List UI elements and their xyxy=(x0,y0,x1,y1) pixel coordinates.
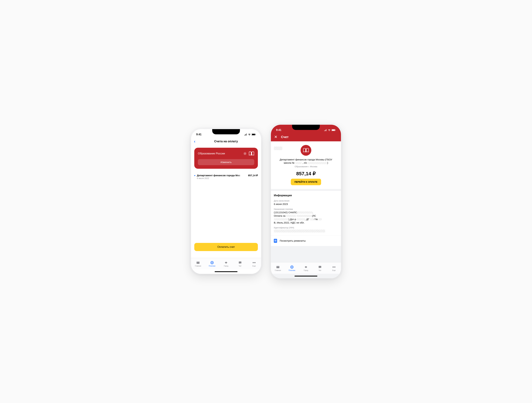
book-icon xyxy=(249,151,254,156)
svg-point-17 xyxy=(291,267,292,268)
status-icons xyxy=(324,129,336,131)
tab-bar: Главная Платежи Город Чат Еще xyxy=(191,258,261,269)
redacted-field xyxy=(318,218,322,220)
invoice-amount: 857,14 ₽ xyxy=(248,174,258,177)
organization-category: Образование г. Москва xyxy=(274,165,338,168)
redacted-field xyxy=(295,162,302,164)
proceed-to-payment-button[interactable]: ПЕРЕЙТИ К ОПЛАТЕ xyxy=(291,179,321,185)
info-section: Информация Дата начисления 6 июня 2023 Н… xyxy=(271,191,341,235)
change-button[interactable]: Изменить xyxy=(198,159,254,165)
payment-purpose-label: Назначение платежа xyxy=(274,208,338,210)
redacted-field xyxy=(310,218,313,220)
close-button[interactable]: ✕ xyxy=(274,135,277,139)
svg-rect-18 xyxy=(319,266,321,268)
redacted-field xyxy=(297,218,305,220)
invoice-amount: 857,14 ₽ xyxy=(274,171,338,176)
notch xyxy=(292,125,320,130)
home-indicator[interactable] xyxy=(191,269,261,274)
page-title: Счета на оплату xyxy=(214,140,238,143)
tab-more[interactable]: Еще xyxy=(247,258,261,269)
invoice-title: Департамент финансов города Мос xyxy=(197,174,247,177)
redacted-field xyxy=(274,218,289,220)
redacted-field xyxy=(297,215,311,217)
category-avatar xyxy=(301,145,311,156)
home-indicator[interactable] xyxy=(271,274,341,278)
tab-payments[interactable]: Платежи xyxy=(285,262,299,274)
status-icons xyxy=(244,134,256,135)
svg-rect-10 xyxy=(255,262,256,263)
redacted-field xyxy=(286,215,296,217)
payment-purpose-value: (131131042) СНИЛС:. Оплата за (ЛС ),Дог-… xyxy=(274,211,338,224)
redacted-field xyxy=(298,211,312,214)
info-icon[interactable]: i xyxy=(243,152,247,155)
svg-rect-12 xyxy=(332,129,335,131)
svg-rect-1 xyxy=(252,134,255,135)
svg-rect-8 xyxy=(253,262,253,263)
svg-rect-4 xyxy=(196,262,200,262)
svg-rect-15 xyxy=(276,266,279,267)
tab-chat[interactable]: Чат xyxy=(313,262,327,274)
status-time: 9:41 xyxy=(276,129,281,132)
notch xyxy=(212,129,240,134)
category-title: Образование России xyxy=(198,152,241,155)
tab-payments[interactable]: Платежи xyxy=(205,258,219,269)
svg-rect-20 xyxy=(334,267,335,268)
view-requisites-button[interactable]: Посмотреть реквизиты xyxy=(271,235,341,246)
navbar: ✕ Счет xyxy=(271,133,341,141)
tab-home[interactable]: Главная xyxy=(191,258,205,269)
accrual-date-label: Дата начисления xyxy=(274,200,338,202)
redacted-field xyxy=(308,162,327,164)
phone-invoices-list: 9:41 ‹ Счета на оплату Образование Росси… xyxy=(191,129,261,274)
organization-name: Департамент финансов города Москвы (ГБОУ… xyxy=(274,158,338,165)
svg-rect-2 xyxy=(255,134,256,135)
tab-home[interactable]: Главная xyxy=(271,262,285,274)
book-icon xyxy=(303,148,309,153)
invoice-header: Департамент финансов города Москвы (ГБОУ… xyxy=(271,141,341,189)
document-icon xyxy=(274,239,277,243)
svg-point-6 xyxy=(212,262,213,263)
pay-invoice-button[interactable]: Оплатить счет xyxy=(194,243,258,251)
page-title: Счет xyxy=(281,135,289,139)
unread-dot-icon xyxy=(194,175,195,176)
tab-city[interactable]: Город xyxy=(299,262,313,274)
info-heading: Информация xyxy=(274,194,338,197)
tab-more[interactable]: Еще xyxy=(327,262,341,274)
svg-rect-21 xyxy=(335,267,336,268)
tab-bar: Главная Платежи Город Чат Еще xyxy=(271,262,341,274)
invoice-date: 6 июля 2022 xyxy=(197,177,247,179)
status-time: 9:41 xyxy=(196,133,202,136)
navbar: ‹ Счета на оплату xyxy=(191,137,261,146)
uin-label: Идентификатор (УИН) xyxy=(274,227,338,229)
svg-rect-13 xyxy=(335,130,336,130)
svg-rect-7 xyxy=(239,262,241,263)
category-card[interactable]: Образование России i Изменить xyxy=(194,148,258,169)
phone-invoice-detail: 9:41 ✕ Счет Департамент финансов города … xyxy=(271,125,341,278)
redacted-field xyxy=(274,230,325,232)
svg-rect-19 xyxy=(332,267,333,268)
invoice-row[interactable]: Департамент финансов города Мос 6 июля 2… xyxy=(194,172,258,181)
back-button[interactable]: ‹ xyxy=(194,139,196,143)
svg-rect-9 xyxy=(254,262,255,263)
redacted-field xyxy=(274,147,282,150)
tab-chat[interactable]: Чат xyxy=(233,258,247,269)
accrual-date-value: 6 июня 2023 xyxy=(274,202,338,206)
tab-city[interactable]: Город xyxy=(219,258,233,269)
